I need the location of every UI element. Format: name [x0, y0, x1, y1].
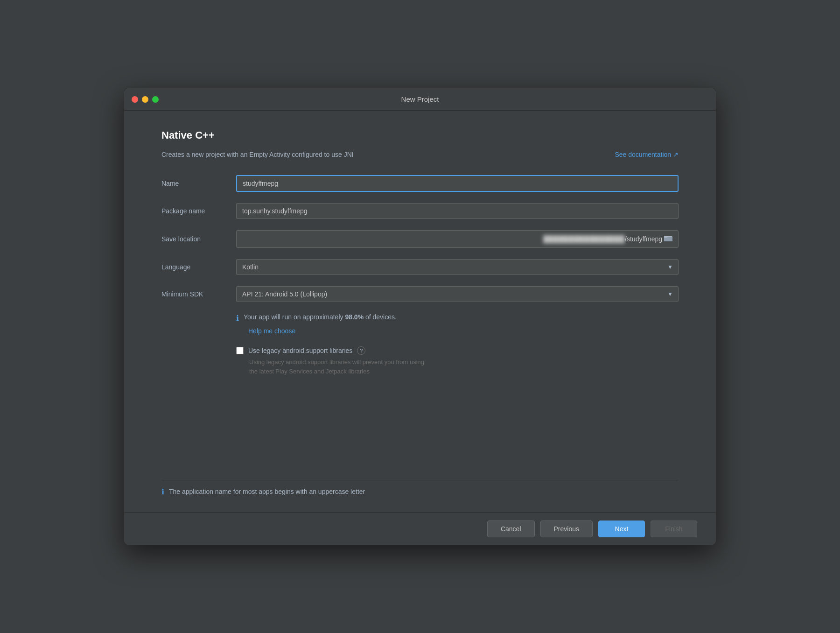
spacer [161, 380, 679, 480]
device-support-percentage: 98.0% [345, 313, 364, 321]
language-select-wrapper: Kotlin Java ▼ [236, 259, 679, 275]
save-location-blurred-path: ████████████████ [543, 235, 625, 243]
device-support-row: ℹ Your app will run on approximately 98.… [236, 313, 679, 323]
save-location-label: Save location [161, 235, 236, 243]
save-location-input[interactable] [242, 235, 543, 243]
bottom-warning: ℹ The application name for most apps beg… [161, 480, 679, 503]
legacy-checkbox-row: Use legacy android.support libraries ? [236, 346, 679, 355]
form-area: Name studyffmepg Package name top.sunhy.… [161, 175, 679, 313]
name-row: Name studyffmepg [161, 175, 679, 192]
legacy-checkbox-label: Use legacy android.support libraries [248, 347, 352, 354]
legacy-checkbox[interactable] [236, 347, 244, 354]
device-support-section: ℹ Your app will run on approximately 98.… [236, 313, 679, 335]
save-location-field: ████████████████ /studyffmepg [236, 230, 679, 248]
cancel-button[interactable]: Cancel [487, 520, 535, 537]
traffic-lights [132, 96, 159, 103]
minimum-sdk-select[interactable]: API 16: Android 4.1 (Jelly Bean) API 21:… [236, 286, 679, 302]
legacy-help-icon[interactable]: ? [357, 346, 365, 355]
browse-folder-button[interactable] [662, 233, 674, 245]
package-name-row: Package name top.sunhy.studyffmepg [161, 203, 679, 219]
device-support-text: Your app will run on approximately 98.0%… [244, 313, 397, 321]
bottom-bar: Cancel Previous Next Finish [124, 512, 716, 545]
previous-button[interactable]: Previous [540, 520, 593, 537]
save-location-row: Save location ████████████████ /studyffm… [161, 230, 679, 248]
minimum-sdk-select-wrapper: API 16: Android 4.1 (Jelly Bean) API 21:… [236, 286, 679, 302]
package-name-label: Package name [161, 207, 236, 215]
language-select[interactable]: Kotlin Java [236, 259, 679, 275]
warning-info-icon: ℹ [161, 487, 164, 496]
window-title: New Project [401, 95, 439, 103]
maximize-button[interactable] [152, 96, 159, 103]
language-label: Language [161, 263, 236, 271]
language-row: Language Kotlin Java ▼ [161, 259, 679, 275]
legacy-checkbox-description: Using legacy android.support libraries w… [249, 358, 679, 376]
minimum-sdk-label: Minimum SDK [161, 290, 236, 298]
content-area: Native C++ Creates a new project with an… [124, 111, 716, 512]
main-window: New Project Native C++ Creates a new pro… [124, 88, 716, 545]
minimum-sdk-row: Minimum SDK API 16: Android 4.1 (Jelly B… [161, 286, 679, 302]
minimize-button[interactable] [142, 96, 148, 103]
save-location-suffix: /studyffmepg [625, 235, 662, 243]
svg-rect-2 [664, 236, 667, 238]
help-me-choose-link[interactable]: Help me choose [248, 327, 295, 335]
legacy-checkbox-section: Use legacy android.support libraries ? U… [236, 346, 679, 376]
next-button[interactable]: Next [598, 520, 645, 537]
see-documentation-link[interactable]: See documentation ↗ [615, 151, 679, 158]
title-bar: New Project [124, 88, 716, 111]
name-input[interactable]: studyffmepg [236, 175, 679, 192]
svg-rect-1 [664, 237, 672, 241]
close-button[interactable] [132, 96, 138, 103]
description-text: Creates a new project with an Empty Acti… [161, 151, 354, 158]
info-circle-icon: ℹ [236, 314, 239, 323]
name-label: Name [161, 180, 236, 187]
package-name-input[interactable]: top.sunhy.studyffmepg [236, 203, 679, 219]
bottom-warning-text: The application name for most apps begin… [169, 488, 365, 495]
description-row: Creates a new project with an Empty Acti… [161, 151, 679, 158]
finish-button[interactable]: Finish [651, 520, 697, 537]
page-title: Native C++ [161, 129, 679, 141]
